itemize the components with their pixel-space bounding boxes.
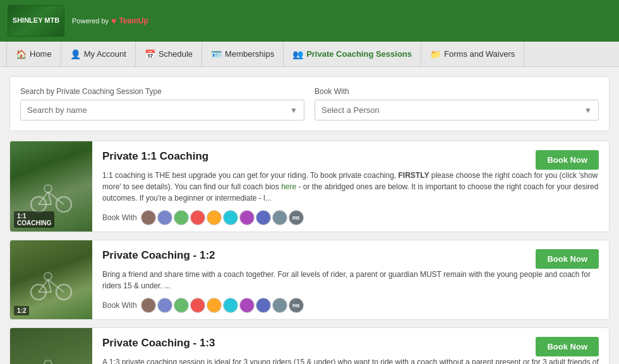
- bios-link[interactable]: here: [281, 182, 296, 191]
- bike-illustration-3: [26, 358, 76, 364]
- search-section: Search by Private Coaching Session Type …: [9, 76, 610, 131]
- avatars-1to1: RB: [141, 210, 304, 225]
- avatar: [190, 210, 205, 225]
- coaching-icon: 👥: [292, 49, 303, 59]
- firstly-text: FIRSTLY: [399, 171, 430, 180]
- avatar: [207, 210, 222, 225]
- avatar: [157, 298, 172, 313]
- nav-label-my-account: My Account: [84, 49, 126, 59]
- home-icon: 🏠: [16, 49, 27, 59]
- navigation: 🏠 Home 👤 My Account 📅 Schedule 🪪 Members…: [0, 42, 619, 67]
- forms-icon: 📁: [430, 49, 441, 59]
- nav-item-my-account[interactable]: 👤 My Account: [61, 42, 136, 66]
- avatar: [239, 210, 255, 225]
- card-body-1to3: Private Coaching - 1:3 Book Now A 1:3 pr…: [92, 328, 609, 364]
- bike-illustration-2: [26, 270, 76, 302]
- avatars-1to2: RB: [141, 298, 304, 313]
- chevron-down-icon: ▼: [290, 106, 297, 115]
- avatar: [207, 298, 222, 313]
- card-1to2: 1:2 Private Coaching - 1:2 Book Now Brin…: [9, 240, 610, 320]
- book-with-row-1to1: Book With RB: [102, 210, 599, 225]
- avatar: [223, 210, 238, 225]
- memberships-icon: 🪪: [211, 49, 222, 59]
- avatar: [141, 210, 156, 225]
- avatar: [223, 298, 238, 313]
- card-image-1to3: 1:3: [10, 328, 92, 364]
- avatar: [174, 210, 189, 225]
- teamup-text: TeamUp: [119, 16, 148, 25]
- card-1to3: 1:3 Private Coaching - 1:3 Book Now A 1:…: [9, 327, 610, 364]
- svg-point-13: [44, 273, 52, 280]
- avatar-rb: RB: [289, 210, 304, 225]
- nav-label-forms-waivers: Forms and Waivers: [444, 49, 515, 59]
- book-with-select[interactable]: Select a Person ▼: [315, 100, 599, 120]
- book-now-button-1to2[interactable]: Book Now: [536, 249, 599, 269]
- avatar-rb: RB: [289, 298, 304, 313]
- avatar: [272, 298, 287, 313]
- chevron-down-icon-2: ▼: [584, 106, 592, 115]
- header: SHINLEY MTB Powered by ♥ TeamUp: [0, 0, 619, 42]
- main-content: Search by Private Coaching Session Type …: [0, 67, 619, 364]
- account-icon: 👤: [70, 49, 81, 59]
- book-with-group: Book With Select a Person ▼: [315, 87, 599, 120]
- svg-point-20: [44, 360, 52, 364]
- nav-item-home[interactable]: 🏠 Home: [6, 42, 61, 66]
- search-type-label: Search by Private Coaching Session Type: [20, 87, 304, 96]
- card-desc-1to1: 1:1 coaching is THE best upgrade you can…: [102, 170, 599, 204]
- card-header-1to2: Private Coaching - 1:2 Book Now: [102, 249, 599, 269]
- book-with-text-1to1: Book With: [102, 213, 137, 222]
- card-title-1to3: Private Coaching - 1:3: [102, 337, 215, 349]
- nav-label-private-coaching: Private Coaching Sessions: [306, 49, 412, 59]
- book-with-placeholder: Select a Person: [322, 105, 380, 115]
- logo: SHINLEY MTB: [8, 5, 64, 37]
- card-body-1to1: Private 1:1 Coaching Book Now 1:1 coachi…: [92, 141, 609, 232]
- book-now-button-1to3[interactable]: Book Now: [536, 337, 599, 356]
- bike-illustration: [26, 182, 76, 214]
- avatar: [256, 210, 271, 225]
- book-with-text-1to2: Book With: [102, 301, 137, 310]
- powered-by-text: Powered by: [72, 17, 109, 25]
- svg-point-6: [44, 185, 52, 192]
- card-header-1to3: Private Coaching - 1:3 Book Now: [102, 337, 599, 356]
- search-type-select[interactable]: Search by name ▼: [20, 100, 304, 120]
- avatar: [239, 298, 255, 313]
- search-type-placeholder: Search by name: [27, 105, 87, 115]
- avatar: [141, 298, 156, 313]
- card-1to1: 1:1COACHING Private 1:1 Coaching Book No…: [9, 141, 610, 232]
- avatar: [190, 298, 205, 313]
- book-with-row-1to2: Book With RB: [102, 298, 599, 313]
- card-title-1to1: Private 1:1 Coaching: [102, 150, 208, 163]
- card-image-1to2: 1:2: [10, 240, 92, 319]
- book-with-label: Book With: [315, 87, 599, 96]
- card-header-1to1: Private 1:1 Coaching Book Now: [102, 150, 599, 170]
- nav-item-forms-waivers[interactable]: 📁 Forms and Waivers: [421, 42, 524, 66]
- nav-label-memberships: Memberships: [225, 49, 274, 59]
- avatar: [256, 298, 271, 313]
- search-type-group: Search by Private Coaching Session Type …: [20, 87, 304, 120]
- nav-label-home: Home: [30, 49, 52, 59]
- avatar: [272, 210, 287, 225]
- card-desc-1to2: Bring a friend and share time with a coa…: [102, 269, 599, 291]
- nav-label-schedule: Schedule: [159, 49, 193, 59]
- nav-item-memberships[interactable]: 🪪 Memberships: [202, 42, 284, 66]
- powered-by: Powered by ♥ TeamUp: [72, 16, 148, 26]
- nav-item-schedule[interactable]: 📅 Schedule: [136, 42, 202, 66]
- logo-image: SHINLEY MTB: [8, 6, 64, 36]
- card-body-1to2: Private Coaching - 1:2 Book Now Bring a …: [92, 240, 609, 319]
- card-title-1to2: Private Coaching - 1:2: [102, 249, 215, 262]
- avatar: [174, 298, 189, 313]
- search-row: Search by Private Coaching Session Type …: [20, 87, 599, 120]
- card-image-1to1: 1:1COACHING: [10, 141, 92, 232]
- card-desc-1to3: A 1:3 private coaching session is ideal …: [102, 356, 599, 364]
- card-img-label-1to1: 1:1COACHING: [14, 211, 54, 228]
- schedule-icon: 📅: [145, 49, 155, 59]
- avatar: [157, 210, 172, 225]
- book-now-button-1to1[interactable]: Book Now: [536, 150, 599, 170]
- card-img-label-1to2: 1:2: [14, 306, 29, 315]
- logo-text: SHINLEY MTB: [13, 16, 59, 25]
- nav-item-private-coaching[interactable]: 👥 Private Coaching Sessions: [284, 42, 421, 66]
